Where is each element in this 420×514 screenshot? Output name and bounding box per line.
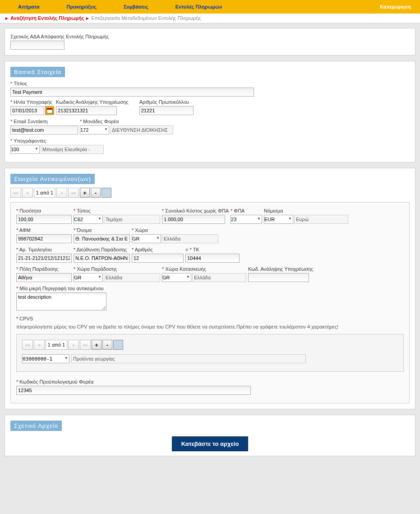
- basic-panel: Βασικά Στοιχεία * Τίτλος * Η/νία Υπογραφ…: [5, 61, 415, 162]
- cpv-pager-last-icon[interactable]: »»: [80, 340, 91, 350]
- item-detail: * Ποσότητα * Τύπος C62 Τεμάχιο * Συνολικ…: [10, 202, 410, 403]
- tk-label: < * ΤΚ: [185, 247, 240, 252]
- nav-requests[interactable]: Αιτήματα: [5, 4, 53, 9]
- make-country-select[interactable]: GR: [162, 273, 191, 282]
- cost-label: * Συνολικό Κόστος χωρίς ΦΠΑ: [162, 208, 229, 213]
- desc-textarea[interactable]: [16, 292, 106, 310]
- budget-code-input[interactable]: [248, 273, 309, 282]
- cpv-pager-first-icon[interactable]: ««: [22, 340, 33, 350]
- type-select[interactable]: C62: [74, 215, 103, 224]
- items-paginator: «« « 1 από 1 » »» + -: [10, 188, 410, 198]
- download-file-button[interactable]: Κατεβάστε το αρχείο: [172, 436, 249, 451]
- breadcrumb-arrow-icon: ▸: [86, 15, 89, 21]
- afm-label: * ΑΦΜ: [16, 227, 72, 233]
- ada-label: Σχετικός ΑΔΑ Απόφασης Εντολής Πληρωμής: [10, 34, 410, 39]
- ada-input[interactable]: [10, 41, 65, 50]
- make-country-name: Ελλάδα: [192, 273, 246, 282]
- cpv-name: Προϊόντα γεωργίας: [71, 354, 306, 363]
- items-section-title: Στοιχεία Αντικειμένου(ων): [10, 174, 95, 184]
- breadcrumb-edit: Επεξεργασία Μεταδεδομένων Εντολής Πληρωμ…: [92, 15, 201, 21]
- signers-select[interactable]: 100: [10, 145, 40, 154]
- date-input[interactable]: [10, 106, 44, 115]
- file-section-title: Σχετικό Αρχείο: [10, 421, 62, 431]
- protocol-input[interactable]: [139, 106, 194, 115]
- email-input[interactable]: [10, 125, 78, 134]
- qty-input[interactable]: [16, 215, 72, 224]
- city-label: * Πόλη Παράδοσης: [16, 266, 72, 272]
- vat-select[interactable]: 23: [231, 215, 262, 224]
- qty-label: * Ποσότητα: [16, 208, 72, 213]
- pager-remove-button[interactable]: -: [91, 188, 101, 198]
- basic-section-title: Βασικά Στοιχεία: [10, 67, 65, 77]
- svg-rect-1: [47, 108, 52, 110]
- cpv-panel: «« « 1 από 1 » »» + - 03000000-1 Προϊόντ…: [16, 334, 404, 372]
- currency-label: Νόμισμα: [264, 208, 348, 213]
- signers-name: Μπινιάρη Ελευθερία -: [41, 145, 104, 154]
- units-label: * Μονάδες Φορέα: [80, 119, 173, 124]
- obligation-code-input[interactable]: [56, 106, 117, 115]
- nav-left: Αιτήματα Προκηρύξεις Συμβάσεις Εντολές Π…: [5, 4, 235, 9]
- desc-label: * Μία μικρή Περιγραφή του αντικειμένου: [16, 286, 106, 291]
- invoice-label: * Αρ. Τιμολογίου: [16, 247, 72, 252]
- cpv-pager-next-icon[interactable]: »: [68, 340, 79, 350]
- pager-status: 1 από 1: [34, 188, 55, 198]
- pager-window-icon[interactable]: [102, 188, 111, 198]
- country-label: * Χώρα: [132, 227, 218, 233]
- city-input[interactable]: [16, 273, 72, 282]
- type-name: Τεμάχιο: [104, 215, 160, 224]
- pager-add-button[interactable]: +: [80, 188, 90, 198]
- cpv-pager-status: 1 από 1: [46, 340, 67, 350]
- name-input[interactable]: [74, 234, 130, 243]
- country-select[interactable]: GR: [132, 234, 161, 243]
- currency-select[interactable]: EUR: [264, 215, 293, 224]
- obligation-code-label: Κωδικός Ανάληψης Υποχρέωσης: [56, 99, 129, 105]
- name-label: * Όνομα: [74, 227, 130, 233]
- breadcrumb-search[interactable]: Αναζήτηση Εντολής Πληρωμής: [10, 15, 84, 21]
- pager-next-icon[interactable]: »: [56, 188, 67, 198]
- budget-code-label: Κωδ. Ανάληψης Υποχρέωσης: [248, 266, 313, 272]
- tk-input[interactable]: [185, 254, 240, 263]
- items-panel: Στοιχεία Αντικειμένου(ων) «« « 1 από 1 »…: [5, 168, 415, 409]
- calendar-icon[interactable]: [45, 106, 54, 115]
- country-name: Ελλάδα: [162, 234, 218, 243]
- breadcrumb-arrow-icon: ▸: [5, 15, 8, 21]
- currency-name: Ευρώ: [294, 215, 348, 224]
- title-input[interactable]: [10, 88, 254, 97]
- nav-notices[interactable]: Προκηρύξεις: [53, 4, 110, 9]
- org-budget-label: * Κωδικός Προϋπολογισμού Φορέα: [16, 379, 404, 384]
- cpv-code-select[interactable]: 03000000-1: [22, 354, 69, 363]
- cpvs-label: * CPVS: [16, 316, 33, 321]
- file-panel: Σχετικό Αρχείο Κατεβάστε το αρχείο: [5, 415, 415, 456]
- units-name: ΔΙΕΥΘΥΝΣΗ ΔΙΟΙΚΗΣΗΣ: [110, 125, 173, 134]
- cpv-pager-add-button[interactable]: +: [92, 340, 102, 350]
- del-addr-input[interactable]: [74, 254, 130, 263]
- vat-label: * ΦΠΑ: [231, 208, 262, 213]
- signers-label: * Υπογράφοντες: [10, 138, 104, 144]
- pager-prev-icon[interactable]: «: [22, 188, 33, 198]
- make-country-label: * Χώρα Κατασκευής: [162, 266, 246, 272]
- nav-payment-orders[interactable]: Εντολές Πληρωμών: [162, 4, 236, 9]
- type-label: * Τύπος: [74, 208, 160, 213]
- del-country-name: Ελλάδα: [104, 273, 160, 282]
- cpv-pager-prev-icon[interactable]: «: [34, 340, 45, 350]
- org-budget-input[interactable]: [16, 386, 251, 395]
- email-label: * Email Συντάκτη: [10, 119, 78, 124]
- cpv-pager-remove-button[interactable]: -: [102, 340, 112, 350]
- protocol-label: Αριθμός Πρωτοκόλλου: [139, 99, 194, 105]
- pager-last-icon[interactable]: »»: [68, 188, 79, 198]
- invoice-input[interactable]: [16, 254, 72, 263]
- cpv-pager-window-icon[interactable]: [113, 340, 123, 350]
- num-input[interactable]: [132, 254, 184, 263]
- num-label: * Αριθμός: [132, 247, 184, 252]
- del-country-select[interactable]: GR: [74, 273, 103, 282]
- del-country-label: * Χώρα Παράδοσης: [74, 266, 160, 272]
- cost-input[interactable]: [162, 215, 225, 224]
- date-label: * Η/νία Υπογραφής: [10, 99, 54, 105]
- ada-panel: Σχετικός ΑΔΑ Απόφασης Εντολής Πληρωμής: [5, 28, 415, 56]
- nav-register[interactable]: Καταχώρηση: [380, 4, 415, 9]
- nav-contracts[interactable]: Συμβάσεις: [110, 4, 162, 9]
- pager-first-icon[interactable]: ««: [10, 188, 21, 198]
- units-select[interactable]: 172: [80, 125, 109, 134]
- afm-input[interactable]: [16, 234, 72, 243]
- del-addr-label: * Διεύθυνση Παράδοσης: [74, 247, 130, 252]
